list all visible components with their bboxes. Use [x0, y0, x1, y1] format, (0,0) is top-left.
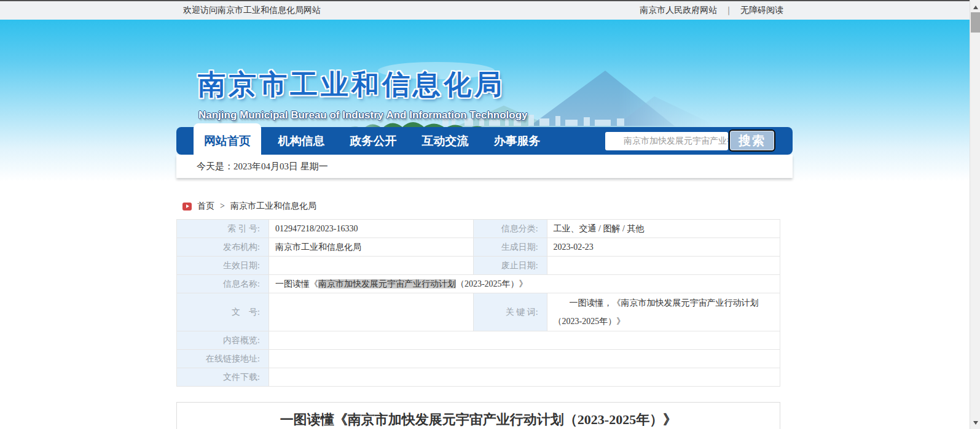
nav-tab-row: 机构信息 政务公开 互动交流 办事服务 — [265, 127, 553, 155]
breadcrumb: 首页 > 南京市工业和信息化局 — [182, 201, 316, 212]
table-row: 文件下载: — [177, 368, 780, 387]
document-info-table: 索 引 号: 012947218/2023-16330 信息分类: 工业、交通 … — [176, 219, 780, 387]
online-link-value — [269, 350, 780, 368]
welcome-text: 欢迎访问南京市工业和信息化局网站 — [183, 1, 321, 20]
main-navigation: 网站首页 机构信息 政务公开 互动交流 办事服务 搜索 — [176, 127, 793, 155]
info-name-prefix: 一图读懂《 — [275, 279, 318, 288]
article-title: 一图读懂《南京市加快发展元宇宙产业行动计划（2023-2025年）》 — [280, 412, 676, 427]
keywords-label: 关 键 词: — [473, 293, 547, 331]
info-name-value: 一图读懂《南京市加快发展元宇宙产业行动计划（2023-2025年）》 — [269, 275, 780, 293]
table-row: 信息名称: 一图读懂《南京市加快发展元宇宙产业行动计划（2023-2025年）》 — [177, 275, 780, 293]
table-row: 内容概览: — [177, 331, 780, 350]
breadcrumb-separator: > — [220, 201, 225, 211]
info-category-value: 工业、交通 / 图解 / 其他 — [547, 220, 780, 238]
info-category-label: 信息分类: — [473, 220, 547, 238]
table-row: 文 号: 关 键 词: 一图读懂，《南京市加快发展元宇宙产业行动计划（2023-… — [177, 293, 780, 331]
scroll-down-button[interactable] — [970, 417, 980, 428]
effective-date-label: 生效日期: — [177, 257, 269, 275]
info-name-highlighted-text: 南京市加快发展元宇宙产业行动计划 — [318, 279, 456, 288]
table-row: 发布机构: 南京市工业和信息化局 生成日期: 2023-02-23 — [177, 238, 780, 257]
file-download-label: 文件下载: — [177, 368, 269, 387]
scroll-down-icon — [973, 421, 978, 425]
scroll-up-icon — [973, 6, 978, 9]
content-overview-value — [269, 331, 780, 350]
article-panel: 一图读懂《南京市加快发展元宇宙产业行动计划（2023-2025年）》 — [176, 402, 780, 429]
table-row: 在线链接地址: — [177, 350, 780, 368]
index-number-label: 索 引 号: — [177, 220, 269, 238]
repeal-date-label: 废止日期: — [473, 257, 547, 275]
keywords-value: 一图读懂，《南京市加快发展元宇宙产业行动计划（2023-2025年）》 — [547, 293, 780, 331]
generate-date-label: 生成日期: — [473, 238, 547, 257]
table-row: 生效日期: 废止日期: — [177, 257, 780, 275]
tab-services[interactable]: 办事服务 — [481, 127, 553, 155]
date-bar: 今天是：2023年04月03日 星期一 — [176, 155, 793, 178]
content-overview-label: 内容概览: — [177, 331, 269, 350]
table-row: 索 引 号: 012947218/2023-16330 信息分类: 工业、交通 … — [177, 220, 780, 238]
search-button[interactable]: 搜索 — [729, 129, 775, 152]
generate-date-value: 2023-02-23 — [547, 238, 780, 257]
home-icon — [182, 203, 192, 211]
scroll-up-button[interactable] — [970, 2, 980, 12]
repeal-date-value — [547, 257, 780, 275]
site-subtitle-english: Nanjing Municipal Bureau of Industry And… — [198, 109, 528, 122]
info-name-label: 信息名称: — [177, 275, 269, 293]
tab-home[interactable]: 网站首页 — [194, 123, 261, 159]
file-download-value — [269, 368, 780, 387]
publisher-label: 发布机构: — [177, 238, 269, 257]
doc-number-label: 文 号: — [177, 293, 269, 331]
index-number-value: 012947218/2023-16330 — [269, 220, 473, 238]
info-name-suffix: （2023-2025年）》 — [456, 279, 528, 288]
publisher-value: 南京市工业和信息化局 — [269, 238, 473, 257]
topbar-separator: ｜ — [724, 1, 733, 20]
gov-website-link[interactable]: 南京市人民政府网站 — [640, 1, 717, 20]
topbar-links: 南京市人民政府网站 ｜ 无障碍阅读 — [640, 1, 783, 20]
search-input[interactable] — [605, 132, 728, 150]
nav-card: 网站首页 机构信息 政务公开 互动交流 办事服务 搜索 今天是：2023年04月… — [176, 127, 793, 178]
tab-org-info[interactable]: 机构信息 — [265, 127, 337, 155]
effective-date-value — [269, 257, 473, 275]
today-date-text: 今天是：2023年04月03日 星期一 — [197, 161, 328, 172]
scrollbar-thumb[interactable] — [971, 12, 980, 33]
tab-interaction[interactable]: 互动交流 — [409, 127, 481, 155]
doc-number-value — [269, 293, 473, 331]
breadcrumb-current[interactable]: 南京市工业和信息化局 — [230, 201, 316, 212]
vertical-scrollbar[interactable] — [970, 0, 980, 429]
top-utility-bar: 欢迎访问南京市工业和信息化局网站 南京市人民政府网站 ｜ 无障碍阅读 — [0, 1, 970, 20]
breadcrumb-home[interactable]: 首页 — [197, 201, 214, 212]
tab-gov-affairs[interactable]: 政务公开 — [337, 127, 409, 155]
accessibility-link[interactable]: 无障碍阅读 — [740, 1, 783, 20]
online-link-label: 在线链接地址: — [177, 350, 269, 368]
site-title: 南京市工业和信息化局 — [198, 66, 505, 103]
